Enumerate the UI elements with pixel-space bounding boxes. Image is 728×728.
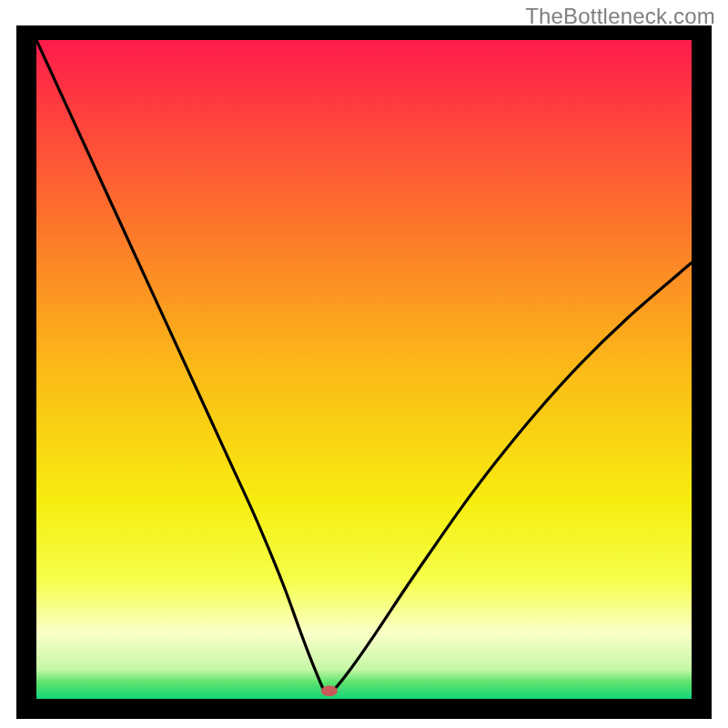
svg-rect-0 <box>36 40 692 699</box>
optimum-marker <box>321 685 338 696</box>
chart-plot-area <box>36 40 692 699</box>
chart-frame <box>16 25 712 719</box>
chart-svg <box>36 40 692 699</box>
chart-container: TheBottleneck.com <box>0 0 728 728</box>
